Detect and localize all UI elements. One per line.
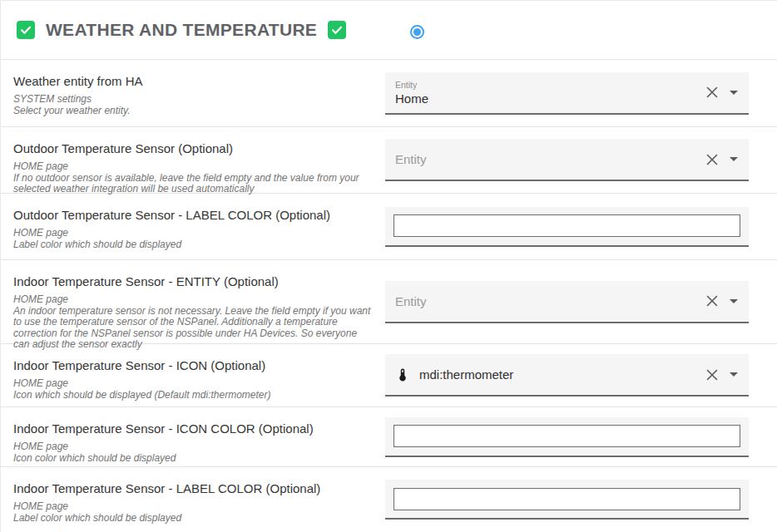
setting-field-area: Entity	[385, 260, 759, 343]
chevron-down-icon[interactable]	[730, 91, 738, 95]
select-value: mdi:thermometer	[419, 367, 513, 382]
setting-field-area: mdi:thermometer	[385, 344, 759, 406]
select-controls	[706, 86, 738, 98]
select-controls	[706, 154, 738, 165]
thermometer-icon	[395, 367, 410, 383]
setting-description: Label color which should be displayed	[13, 239, 374, 251]
setting-subtitle: HOME page	[13, 161, 374, 173]
check-icon	[330, 23, 344, 37]
section-header: WEATHER AND TEMPERATURE	[1, 1, 777, 60]
indoor-icon-color-input[interactable]	[393, 425, 740, 447]
select-value-with-icon: mdi:thermometer	[395, 367, 699, 383]
clear-icon[interactable]	[706, 369, 718, 381]
outdoor-sensor-select[interactable]: Entity	[385, 139, 749, 181]
setting-title: Indoor Temperature Sensor - LABEL COLOR …	[13, 480, 374, 496]
clear-icon[interactable]	[706, 86, 718, 98]
indoor-entity-select[interactable]: Entity	[385, 281, 749, 323]
setting-text-block: Indoor Temperature Sensor - ICON (Option…	[1, 344, 385, 406]
indoor-icon-color-field	[385, 417, 749, 457]
select-value: Home	[395, 91, 699, 106]
setting-description: Label color which should be displayed	[13, 513, 374, 525]
setting-field-area	[385, 467, 759, 532]
setting-subtitle: HOME page	[13, 378, 374, 390]
select-controls	[706, 295, 738, 307]
indoor-icon-select[interactable]: mdi:thermometer	[385, 354, 749, 397]
select-floating-label: Entity	[395, 80, 699, 90]
select-controls	[706, 369, 738, 381]
setting-row-indoor-label-color: Indoor Temperature Sensor - LABEL COLOR …	[1, 467, 777, 532]
setting-title: Indoor Temperature Sensor - ENTITY (Opti…	[13, 273, 374, 289]
setting-row-indoor-icon-color: Indoor Temperature Sensor - ICON COLOR (…	[1, 407, 777, 467]
select-placeholder: Entity	[395, 294, 699, 308]
setting-row-outdoor-sensor: Outdoor Temperature Sensor (Optional) HO…	[1, 127, 777, 194]
setting-subtitle: HOME page	[13, 501, 374, 513]
settings-page: WEATHER AND TEMPERATURE Weather entity f…	[0, 0, 777, 532]
weather-entity-select[interactable]: Entity Home	[385, 72, 749, 115]
setting-title: Outdoor Temperature Sensor (Optional)	[13, 140, 374, 156]
setting-description: If no outdoor sensor is available, leave…	[13, 173, 374, 195]
chevron-down-icon[interactable]	[730, 157, 738, 161]
check-icon	[19, 23, 32, 37]
clear-icon[interactable]	[706, 295, 718, 307]
setting-text-block: Outdoor Temperature Sensor - LABEL COLOR…	[1, 194, 385, 259]
section-title: WEATHER AND TEMPERATURE	[46, 20, 317, 40]
setting-field-area	[385, 194, 759, 259]
setting-text-block: Indoor Temperature Sensor - ENTITY (Opti…	[1, 260, 385, 343]
indoor-label-color-input[interactable]	[393, 488, 740, 510]
setting-subtitle: HOME page	[13, 228, 374, 239]
setting-row-indoor-icon: Indoor Temperature Sensor - ICON (Option…	[1, 344, 777, 407]
clear-icon[interactable]	[706, 154, 718, 165]
radio-dot	[413, 28, 421, 36]
section-enable-checkbox-right[interactable]	[328, 21, 346, 39]
chevron-down-icon[interactable]	[730, 299, 738, 303]
setting-text-block: Outdoor Temperature Sensor (Optional) HO…	[1, 127, 385, 193]
setting-field-area: Entity Home	[385, 60, 759, 126]
setting-row-indoor-entity: Indoor Temperature Sensor - ENTITY (Opti…	[1, 260, 777, 344]
select-placeholder: Entity	[395, 152, 699, 166]
setting-description: Icon color which should be displayed	[13, 453, 374, 465]
setting-text-block: Indoor Temperature Sensor - ICON COLOR (…	[1, 407, 385, 466]
outdoor-label-color-input[interactable]	[393, 214, 740, 237]
setting-subtitle: HOME page	[13, 294, 374, 306]
indoor-label-color-field	[385, 480, 749, 520]
setting-text-block: Indoor Temperature Sensor - LABEL COLOR …	[1, 467, 385, 532]
setting-row-weather-entity: Weather entity from HA SYSTEM settings S…	[1, 60, 777, 127]
setting-description: Icon which should be displayed (Default …	[13, 390, 374, 401]
setting-field-area: Entity	[385, 127, 759, 193]
section-radio-button[interactable]	[410, 25, 424, 39]
setting-title: Outdoor Temperature Sensor - LABEL COLOR…	[13, 207, 374, 223]
setting-title: Indoor Temperature Sensor - ICON COLOR (…	[13, 421, 374, 436]
setting-row-outdoor-label-color: Outdoor Temperature Sensor - LABEL COLOR…	[1, 194, 777, 260]
chevron-down-icon[interactable]	[730, 372, 738, 377]
setting-title: Indoor Temperature Sensor - ICON (Option…	[13, 357, 374, 373]
section-enable-checkbox-left[interactable]	[17, 21, 35, 39]
setting-subtitle: HOME page	[13, 441, 374, 453]
setting-description: Select your weather entity.	[13, 106, 374, 117]
setting-title: Weather entity from HA	[13, 73, 374, 89]
outdoor-label-color-field	[385, 207, 749, 247]
setting-text-block: Weather entity from HA SYSTEM settings S…	[1, 60, 385, 126]
setting-subtitle: SYSTEM settings	[13, 94, 374, 106]
setting-field-area	[385, 407, 759, 466]
